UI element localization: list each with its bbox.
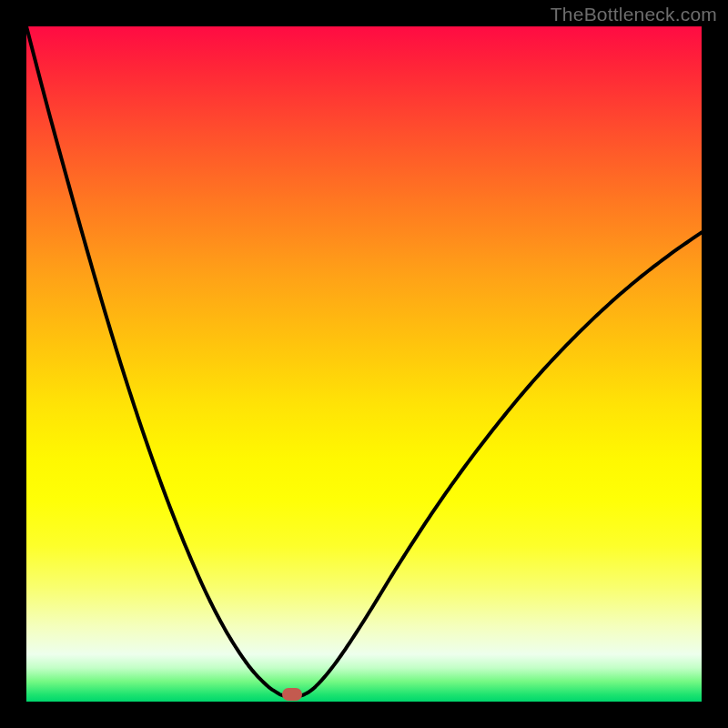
chart-frame: TheBottleneck.com xyxy=(0,0,728,728)
bottleneck-marker xyxy=(282,688,302,701)
watermark-text: TheBottleneck.com xyxy=(551,4,717,25)
curve-svg xyxy=(26,26,702,702)
plot-area xyxy=(26,26,702,702)
